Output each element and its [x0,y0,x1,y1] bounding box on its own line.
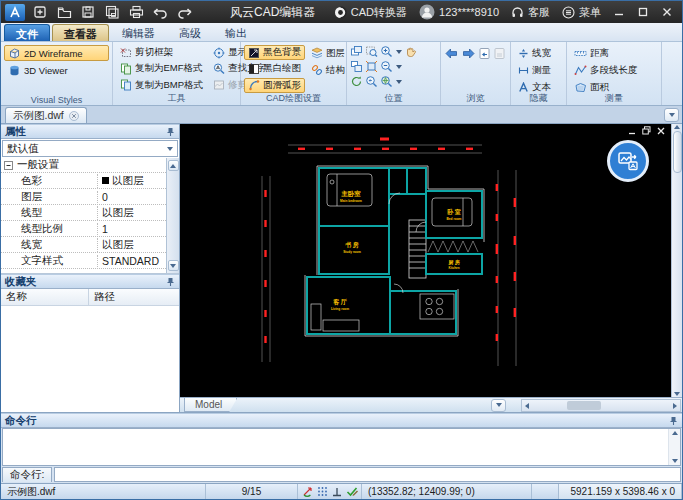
property-group-row[interactable]: 一般设置 [1,158,166,173]
property-value[interactable]: 0 [97,191,166,203]
collapse-panel-button[interactable] [664,108,679,122]
copy-emf-button[interactable]: 复制为EMF格式 [116,61,207,76]
vertical-scroll-thumb[interactable] [673,131,682,173]
pin-icon[interactable] [166,277,175,287]
measure-distance-button[interactable]: 距离 [570,45,658,61]
maximize-button[interactable] [632,2,654,22]
document-tab[interactable]: 示例图.dwf [5,107,87,123]
hide-line-width-button[interactable]: 线宽 [514,45,563,61]
structure-button[interactable]: 结构 [307,62,349,78]
osnap-toggle-icon[interactable] [302,486,313,497]
zoom-window-icon[interactable] [365,45,378,58]
scroll-right-arrow[interactable] [673,403,677,409]
mdi-minimize-button[interactable] [628,127,636,135]
copy-bmp-button[interactable]: 复制为BMP格式 [116,78,207,93]
preset-dropdown[interactable]: 默认值 [2,140,178,157]
open-file-button[interactable] [52,2,76,22]
smooth-arc-button[interactable]: 圆滑弧形 [244,78,305,93]
tab-output[interactable]: 输出 [214,24,258,41]
pin-icon[interactable] [669,416,678,426]
favorites-path-column[interactable]: 路径 [89,289,179,305]
black-background-button[interactable]: 黑色背景 [244,45,305,60]
view-home-button[interactable] [493,47,506,60]
pin-icon[interactable] [166,127,175,137]
scroll-down-arrow[interactable] [674,392,680,396]
zoom-scale-button[interactable] [380,75,393,88]
black-background-icon [248,47,260,59]
zoom-previous-icon[interactable] [365,75,378,88]
print-button[interactable] [124,2,148,22]
property-value[interactable]: 以图层 [97,174,166,188]
zoom-in-button[interactable] [380,45,393,58]
mdi-close-button[interactable] [657,127,665,135]
model-tab[interactable]: Model [184,398,237,412]
tab-editor[interactable]: 编辑器 [111,24,166,41]
ortho-toggle-icon[interactable] [332,487,342,497]
redo-button[interactable] [172,2,196,22]
zoom-scale-dropdown-caret[interactable] [396,80,402,84]
2d-wireframe-button[interactable]: 2D Wireframe [4,45,109,61]
undo-button[interactable] [148,2,172,22]
tab-file[interactable]: 文件 [4,24,50,41]
measure-polyline-button[interactable]: 多段线长度 [570,62,658,78]
nav-forward-button[interactable] [461,47,476,60]
command-input[interactable] [54,467,681,482]
lineweight-toggle-icon[interactable] [346,486,358,497]
menu-icon [562,6,575,19]
property-group-label: 一般设置 [17,158,59,172]
property-name: 图层 [1,190,97,204]
zoom-out-button[interactable] [380,60,393,73]
zoom-extents-icon[interactable] [365,60,378,73]
regen-icon[interactable] [350,75,363,88]
scroll-down-button[interactable] [168,260,179,271]
cad-converter-launcher[interactable]: CAD转换器 [329,5,412,20]
document-close-icon[interactable] [69,111,79,121]
zoom-out-dropdown-caret[interactable] [396,65,402,69]
command-scrollbar[interactable] [668,429,680,465]
favorites-name-column[interactable]: 名称 [1,289,89,305]
convert-to-image-fab[interactable] [607,140,649,182]
window-tile-icon[interactable] [350,60,363,73]
hide-line-width-label: 线宽 [532,47,551,60]
status-drawing-size: 5921.159 x 5398.46 x 0 [558,484,682,499]
view-back-page-button[interactable] [478,47,491,60]
bw-drawing-button[interactable]: 黑白绘图 [244,61,305,76]
tab-viewer[interactable]: 查看器 [52,24,109,41]
3d-viewer-button[interactable]: 3D Viewer [4,62,109,78]
scroll-up-arrow[interactable] [672,431,678,435]
clip-frame-button[interactable]: 剪切框架 [116,45,207,60]
vertical-scrollbar[interactable] [671,124,682,397]
property-value[interactable]: 以图层 [97,238,166,252]
collapse-minus-icon[interactable] [4,161,13,170]
property-grid-scrollbar[interactable] [166,158,179,273]
favorites-list[interactable] [1,306,179,412]
drawing-canvas[interactable]: 主卧室 Main bedroom 书 房 Study room 卧 室 Bed … [180,124,671,400]
command-history[interactable] [2,428,681,466]
horizontal-scrollbar[interactable] [521,399,681,412]
window-cascade-icon[interactable] [350,45,363,58]
grid-toggle-icon[interactable] [317,486,328,497]
tab-advanced[interactable]: 高级 [168,24,212,41]
property-value[interactable]: STANDARD [97,255,166,267]
nav-back-button[interactable] [444,47,459,60]
scroll-up-button[interactable] [168,160,179,171]
scroll-down-arrow[interactable] [672,459,678,463]
support-button[interactable]: 客服 [506,5,555,20]
zoom-in-dropdown-caret[interactable] [396,50,402,54]
scroll-left-arrow[interactable] [525,403,529,409]
new-file-button[interactable] [28,2,52,22]
save-button[interactable] [76,2,100,22]
account-button[interactable]: 123****8910 [414,4,504,20]
horizontal-scroll-thumb[interactable] [567,401,601,410]
save-as-button[interactable] [100,2,124,22]
close-button[interactable] [656,2,678,22]
layout-expand-button[interactable] [491,399,506,412]
minimize-button[interactable] [608,2,630,22]
mdi-restore-button[interactable] [642,126,651,135]
menu-button[interactable]: 菜单 [557,5,606,20]
property-value[interactable]: 以图层 [97,206,166,220]
layers-button[interactable]: 图层 [307,45,349,61]
property-value[interactable]: 1 [97,223,166,235]
pan-hand-button[interactable] [404,45,417,58]
hide-measure-button[interactable]: 测量 [514,62,563,78]
